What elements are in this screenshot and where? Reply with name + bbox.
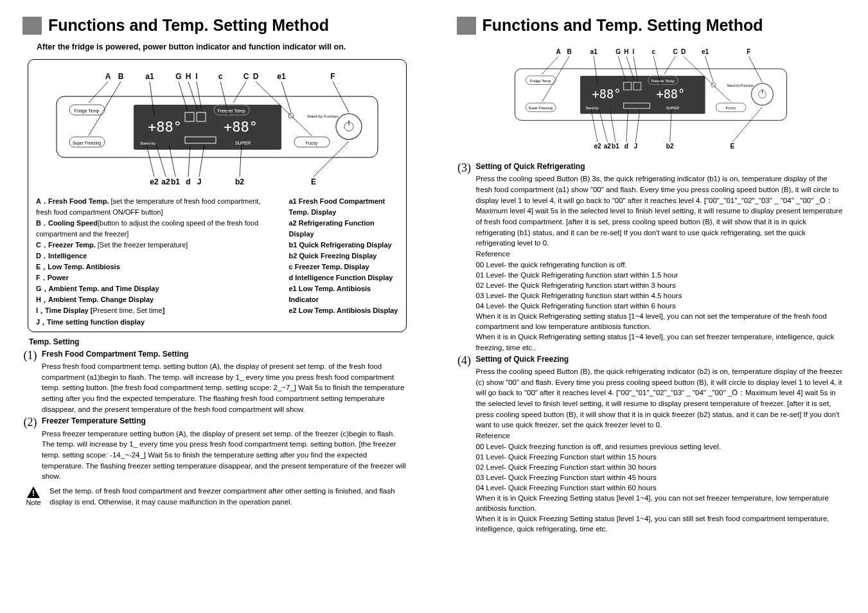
svg-text:SUPER: SUPER <box>666 106 679 110</box>
note-icon: ! Note <box>22 486 44 506</box>
control-panel-diagram: Fridge Temp Super Freezing Freezer Temp … <box>50 67 384 190</box>
svg-line-33 <box>89 82 108 103</box>
temp-setting-head: Temp. Setting <box>29 337 412 346</box>
svg-text:C: C <box>673 48 678 55</box>
right-column: Functions and Temp. Setting Method Fridg… <box>434 0 869 613</box>
svg-text:I: I <box>633 48 635 55</box>
svg-text:E: E <box>311 177 316 186</box>
svg-text:a2: a2 <box>604 143 612 150</box>
svg-text:!: ! <box>32 489 35 498</box>
page-title-right: Functions and Temp. Setting Method <box>483 16 763 35</box>
svg-text:D: D <box>252 72 258 81</box>
svg-text:c: c <box>652 48 656 55</box>
svg-text:b2: b2 <box>666 143 674 150</box>
svg-line-111 <box>591 109 598 142</box>
step-number-2: (2) <box>22 416 38 430</box>
step-4: (4) Setting of Quick Freezing Press the … <box>457 354 846 535</box>
svg-text:d: d <box>624 143 628 150</box>
note-row: ! Note Set the temp. of fresh food compa… <box>22 486 412 507</box>
step-number-1: (1) <box>22 349 38 363</box>
svg-text:G: G <box>175 72 181 81</box>
svg-text:e2: e2 <box>594 143 602 150</box>
note-body: Set the temp. of fresh food compartment … <box>49 486 409 507</box>
svg-line-43 <box>333 82 349 112</box>
svg-text:b1: b1 <box>612 143 619 150</box>
step-2-head: Freezer Temperature Setting <box>42 416 409 427</box>
control-panel-diagram-right: Fridge Temp Super Freezing Freezer Temp … <box>509 42 792 155</box>
svg-text:F: F <box>747 48 750 55</box>
title-row-right: Functions and Temp. Setting Method <box>457 16 846 35</box>
svg-point-72 <box>752 84 774 105</box>
note-label: Note <box>26 499 40 506</box>
svg-text:B: B <box>567 48 572 55</box>
step-3-refs: 00 Level- the quick refrigerating functi… <box>476 260 844 353</box>
step-3-head: Setting of Quick Refrigerating <box>476 161 844 172</box>
svg-line-113 <box>610 109 616 142</box>
svg-text:Super Freezing: Super Freezing <box>73 141 102 146</box>
step-4-refs: 00 Level- Quick freezing function is off… <box>476 441 844 535</box>
step-number-3: (3) <box>457 161 472 175</box>
svg-text:Stand-by Function: Stand-by Function <box>727 84 754 87</box>
step-3-ref-head: Reference <box>476 249 844 260</box>
svg-text:Fridge Temp: Fridge Temp <box>74 109 99 114</box>
svg-text:G: G <box>616 48 621 55</box>
step-number-4: (4) <box>457 354 472 368</box>
svg-line-57 <box>314 141 349 177</box>
step-1: (1) Fresh Food Compartment Temp. Setting… <box>22 349 412 415</box>
step-4-ref-head: Reference <box>476 431 844 441</box>
subtitle: After the fridge is powered, power butto… <box>37 42 412 51</box>
title-row: Functions and Temp. Setting Method <box>22 16 412 35</box>
svg-line-117 <box>732 107 763 142</box>
svg-text:D: D <box>681 48 686 55</box>
svg-line-103 <box>749 57 763 83</box>
svg-text:c: c <box>218 72 222 81</box>
step-4-body: Press the cooling speed Button (B), the … <box>476 366 844 431</box>
svg-text:J: J <box>197 177 201 186</box>
step-4-head: Setting of Quick Freezing <box>476 354 844 365</box>
svg-text:SUPER: SUPER <box>235 141 251 145</box>
step-2-body: Press freezer temperature setting button… <box>42 429 409 482</box>
svg-text:Fuzzy: Fuzzy <box>305 141 317 146</box>
step-1-body: Press fresh food compartment temp. setti… <box>42 361 409 414</box>
title-accent-block <box>457 17 476 35</box>
svg-text:H: H <box>624 48 629 55</box>
svg-text:a1: a1 <box>145 72 154 81</box>
svg-text:A: A <box>556 48 562 55</box>
svg-text:B: B <box>118 72 123 81</box>
svg-line-40 <box>233 82 246 103</box>
svg-text:e1: e1 <box>277 72 286 81</box>
legend-left: A．Fresh Food Temp. [set the temperature … <box>36 196 278 328</box>
svg-text:Freezer Temp: Freezer Temp <box>651 79 675 83</box>
svg-line-100 <box>664 57 675 75</box>
page-title: Functions and Temp. Setting Method <box>48 16 329 35</box>
svg-text:Fridge Temp: Fridge Temp <box>530 79 551 83</box>
svg-text:C: C <box>243 72 249 81</box>
step-1-head: Fresh Food Compartment Temp. Setting <box>42 349 409 360</box>
svg-text:Fuzzy: Fuzzy <box>726 106 736 110</box>
title-accent-block <box>22 17 42 35</box>
svg-text:Freezer Temp: Freezer Temp <box>217 109 245 114</box>
svg-text:Stand-by: Stand-by <box>140 141 155 145</box>
step-2: (2) Freezer Temperature Setting Press fr… <box>22 416 412 482</box>
step-3: (3) Setting of Quick Refrigerating Press… <box>457 161 846 353</box>
svg-text:I: I <box>195 72 197 81</box>
svg-text:A: A <box>105 72 111 81</box>
svg-line-114 <box>626 109 628 142</box>
svg-text:d: d <box>186 177 190 186</box>
svg-text:F: F <box>330 72 335 81</box>
svg-text:+88°: +88° <box>592 88 621 102</box>
warning-icon: ! <box>26 486 40 499</box>
svg-text:E: E <box>731 143 735 150</box>
svg-text:+88°: +88° <box>148 119 182 135</box>
right-diagram-wrap: Fridge Temp Super Freezing Freezer Temp … <box>509 42 792 155</box>
svg-text:+88°: +88° <box>657 88 686 102</box>
svg-text:e2: e2 <box>150 177 159 186</box>
diagram-box: Fridge Temp Super Freezing Freezer Temp … <box>28 59 407 332</box>
svg-text:b1: b1 <box>171 177 180 186</box>
svg-point-12 <box>336 114 362 139</box>
svg-text:b2: b2 <box>235 177 244 186</box>
left-column: Functions and Temp. Setting Method After… <box>0 0 434 613</box>
svg-text:Stand-by: Stand-by <box>586 106 599 110</box>
svg-line-116 <box>670 109 672 142</box>
svg-text:H: H <box>185 72 191 81</box>
